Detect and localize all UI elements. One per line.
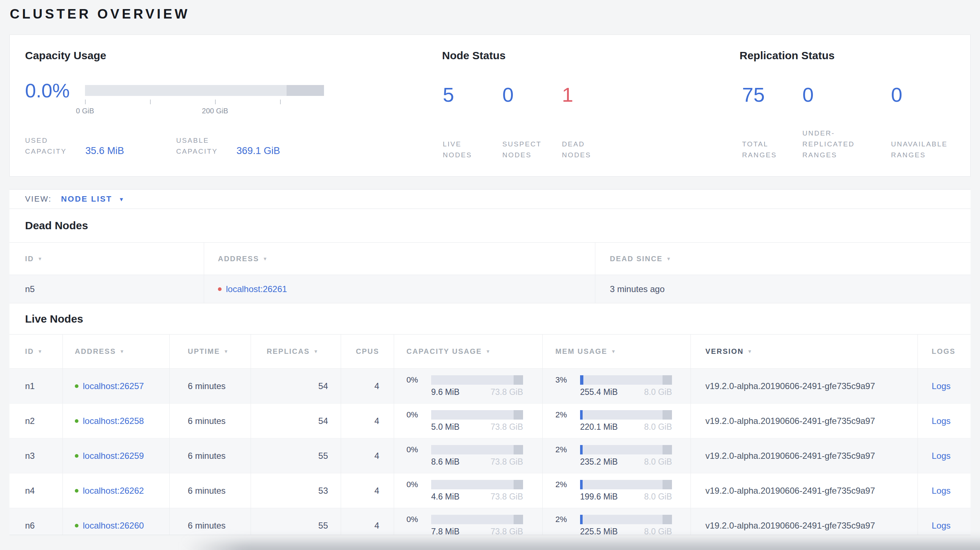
live-header-capacity-usage[interactable]: CAPACITY USAGE ▼: [394, 335, 542, 368]
mem-total: 8.0 GiB: [644, 457, 672, 467]
node-version: v19.2.0-alpha.20190606-2491-gfe735c9a97: [690, 439, 918, 473]
node-id: n2: [10, 404, 62, 438]
used-capacity-value: 35.6 MiB: [85, 145, 124, 157]
dead-nodes-stat: 1 DEAD NODES: [562, 84, 622, 161]
mem-total: 8.0 GiB: [644, 527, 672, 536]
node-id: n6: [10, 508, 62, 535]
cluster-overview-page: CLUSTER OVERVIEW Capacity Usage 0.0% 0 G…: [0, 0, 980, 550]
mem-used: 235.2 MiB: [580, 457, 618, 467]
capacity-total: 73.8 GiB: [491, 422, 523, 432]
dead-node-row: n5 localhost:26261 3 minutes ago: [10, 275, 970, 303]
sort-arrow-icon: ▼: [747, 349, 752, 354]
live-header-cpus: CPUS: [341, 335, 394, 368]
axis-tick-label: 200 GiB: [202, 107, 228, 115]
logs-link[interactable]: Logs: [932, 486, 951, 496]
node-cpus: 4: [341, 404, 394, 438]
logs-link[interactable]: Logs: [932, 416, 951, 426]
node-version: v19.2.0-alpha.20190606-2491-gfe735c9a97: [690, 369, 918, 403]
bar-reserved-segment: [514, 445, 523, 455]
node-address-link[interactable]: localhost:26257: [83, 381, 144, 391]
capacity-used: 7.8 MiB: [431, 527, 460, 536]
column-label: ADDRESS: [218, 255, 259, 263]
view-dropdown[interactable]: NODE LIST ▼: [61, 194, 125, 204]
bar-fill: [580, 375, 583, 385]
capacity-mini-bar: [431, 515, 523, 524]
node-address-link[interactable]: localhost:26262: [83, 486, 144, 496]
live-header-id[interactable]: ID ▼: [10, 335, 62, 368]
live-header-logs: LOGS: [918, 335, 970, 368]
node-version: v19.2.0-alpha.20190606-2491-gfe735c9a97: [690, 473, 918, 508]
dead-header-dead-since[interactable]: DEAD SINCE ▼: [595, 243, 970, 275]
node-capacity-usage: 0% 8.6 MiB 73.8 GiB: [394, 439, 542, 473]
unavailable-ranges-count: 0: [891, 84, 975, 106]
node-capacity-usage: 0% 9.6 MiB 73.8 GiB: [394, 369, 542, 403]
node-cpus: 4: [341, 473, 394, 508]
node-uptime: 6 minutes: [169, 473, 251, 508]
sort-arrow-icon: ▼: [37, 349, 43, 354]
node-replicas: 55: [251, 439, 341, 473]
node-logs-cell: Logs: [918, 404, 970, 438]
sort-arrow-icon: ▼: [313, 349, 319, 354]
mem-mini-bar: [580, 515, 672, 524]
dead-header-id[interactable]: ID ▼: [10, 243, 204, 275]
live-node-row: n2 localhost:26258 6 minutes 54 4 0% 5.0…: [10, 404, 970, 439]
logs-link[interactable]: Logs: [932, 451, 951, 461]
node-cpus: 4: [341, 369, 394, 403]
node-mem-usage: 3% 255.4 MiB 8.0 GiB: [542, 369, 690, 403]
capacity-pct: 0%: [406, 375, 431, 385]
view-label: VIEW:: [25, 194, 52, 204]
node-mem-usage: 2% 225.5 MiB 8.0 GiB: [542, 508, 690, 535]
capacity-used: 8.6 MiB: [431, 457, 460, 467]
node-capacity-usage: 0% 7.8 MiB 73.8 GiB: [394, 508, 542, 535]
dead-status-dot-icon: [218, 287, 221, 291]
usable-capacity-stat: USABLE CAPACITY 369.1 GiB: [176, 135, 327, 157]
bar-reserved-segment: [514, 375, 523, 385]
node-id: n4: [10, 473, 62, 508]
column-label: VERSION: [705, 347, 743, 356]
unavailable-ranges-label: UNAVAILABLE RANGES: [891, 139, 975, 161]
dead-header-address[interactable]: ADDRESS ▼: [204, 243, 595, 275]
mem-total: 8.0 GiB: [644, 492, 672, 502]
bar-reserved-segment: [663, 480, 672, 490]
node-address-link[interactable]: localhost:26259: [83, 451, 144, 461]
view-selected-value: NODE LIST: [61, 194, 112, 204]
node-address-cell: localhost:26260: [62, 508, 169, 535]
column-label: LOGS: [932, 347, 955, 356]
logs-link[interactable]: Logs: [932, 521, 951, 531]
node-address-cell: localhost:26258: [62, 404, 169, 438]
node-status-heading: Node Status: [442, 49, 506, 62]
bar-reserved-segment: [514, 410, 523, 420]
node-address-cell: localhost:26257: [62, 369, 169, 403]
node-uptime: 6 minutes: [169, 439, 251, 473]
live-header-mem-usage[interactable]: MEM USAGE ▼: [542, 335, 690, 368]
node-capacity-usage: 0% 5.0 MiB 73.8 GiB: [394, 404, 542, 438]
live-header-address[interactable]: ADDRESS ▼: [62, 335, 169, 368]
capacity-stats: USED CAPACITY 35.6 MiB USABLE CAPACITY 3…: [25, 135, 327, 157]
node-address-cell: localhost:26262: [62, 473, 169, 508]
node-address-link[interactable]: localhost:26258: [83, 416, 144, 426]
mem-pct: 2%: [555, 515, 580, 524]
live-status-dot-icon: [75, 454, 78, 458]
mem-pct: 2%: [555, 445, 580, 455]
node-uptime: 6 minutes: [169, 404, 251, 438]
live-header-uptime[interactable]: UPTIME ▼: [169, 335, 251, 368]
column-label: CPUS: [356, 347, 379, 356]
logs-link[interactable]: Logs: [932, 381, 951, 391]
node-address-link[interactable]: localhost:26260: [83, 521, 144, 531]
node-logs-cell: Logs: [918, 369, 970, 403]
node-replicas: 55: [251, 508, 341, 535]
capacity-total: 73.8 GiB: [491, 527, 523, 536]
bar-fill: [580, 480, 582, 490]
node-list-content: Dead Nodes ID ▼ ADDRESS ▼ DEAD SINCE ▼ n…: [10, 209, 970, 535]
suspect-nodes-stat: 0 SUSPECT NODES: [502, 84, 562, 161]
capacity-pct: 0%: [406, 480, 431, 490]
bar-fill: [580, 515, 582, 524]
live-header-replicas[interactable]: REPLICAS ▼: [251, 335, 341, 368]
capacity-used: 4.6 MiB: [431, 492, 460, 502]
live-header-version[interactable]: VERSION ▼: [690, 335, 918, 368]
mem-pct: 3%: [555, 375, 580, 385]
capacity-mini-bar: [431, 480, 523, 490]
column-label: REPLICAS: [267, 347, 310, 356]
dead-node-address-link[interactable]: localhost:26261: [226, 284, 287, 294]
dead-nodes-count: 1: [562, 84, 622, 106]
